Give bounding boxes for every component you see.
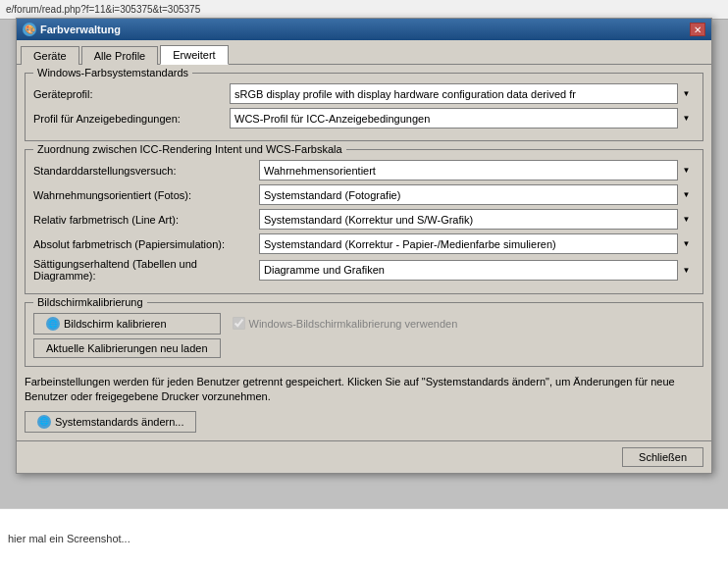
dialog-close-button[interactable]: ✕	[690, 23, 705, 36]
btn-neu-laden[interactable]: Aktuelle Kalibrierungen neu laden	[33, 338, 221, 358]
icc-row-0: Standarddarstellungsversuch: Wahrnehmens…	[33, 160, 695, 180]
group-windows-title: Windows-Farbsystemstandards	[33, 67, 192, 78]
profil-anzeige-select[interactable]: WCS-Profil für ICC-Anzeigebedingungen	[230, 108, 695, 129]
checkbox-kalibrierung-label: Windows-Bildschirmkalibrierung verwenden	[249, 318, 458, 330]
btn-schliessen[interactable]: Schließen	[622, 447, 703, 467]
tabs-bar: Geräte Alle Profile Erweitert	[17, 40, 711, 65]
icc-control-0: Wahrnehmensorientiert ▼	[259, 160, 695, 180]
browser-bottom-content: hier mal ein Screenshot...	[0, 508, 728, 567]
dialog-title: Farbverwaltung	[40, 24, 121, 35]
icc-row-3: Absolut farbmetrisch (Papiersimulation):…	[33, 233, 695, 254]
icc-select-1[interactable]: Systemstandard (Fotografie)	[259, 184, 695, 205]
tab-erweitert[interactable]: Erweitert	[160, 45, 228, 65]
group-windows-farbsystem: Windows-Farbsystemstandards Geräteprofil…	[25, 73, 703, 141]
browser-bottom-text: hier mal ein Screenshot...	[8, 533, 130, 544]
profil-anzeige-label: Profil für Anzeigebedingungen:	[33, 113, 230, 125]
icc-label-1: Wahrnehmungsorientiert (Fotos):	[33, 189, 259, 201]
info-text-content: Farbeinstellungen werden für jeden Benut…	[25, 376, 675, 402]
icc-select-3[interactable]: Systemstandard (Korrektur - Papier-/Medi…	[259, 233, 695, 254]
tab-geraete[interactable]: Geräte	[21, 46, 79, 65]
dialog-footer: Schließen	[17, 440, 711, 473]
icc-select-2[interactable]: Systemstandard (Korrektur und S/W-Grafik…	[259, 209, 695, 230]
btn-kalibrieren[interactable]: 🌐 Bildschirm kalibrieren	[33, 313, 221, 335]
dialog-icon: 🎨	[23, 23, 36, 36]
geraeteprofil-select[interactable]: sRGB display profile with display hardwa…	[230, 83, 695, 104]
icc-label-4: Sättigungserhaltend (Tabellen und Diagra…	[33, 258, 259, 282]
group-icc-title: Zuordnung zwischen ICC-Rendering Intent …	[33, 143, 346, 155]
tab-alle-profile[interactable]: Alle Profile	[81, 46, 159, 65]
kalibrieren-icon: 🌐	[46, 317, 60, 331]
titlebar-left: 🎨 Farbverwaltung	[23, 23, 121, 36]
group-kalibrierung: Bildschirmkalibrierung 🌐 Bildschirm kali…	[25, 302, 703, 367]
icc-row-4: Sättigungserhaltend (Tabellen und Diagra…	[33, 258, 695, 282]
icc-label-0: Standarddarstellungsversuch:	[33, 165, 259, 177]
calibration-buttons: 🌐 Bildschirm kalibrieren Aktuelle Kalibr…	[33, 313, 221, 358]
profil-anzeige-control: WCS-Profil für ICC-Anzeigebedingungen ▼	[230, 108, 695, 129]
icc-control-1: Systemstandard (Fotografie) ▼	[259, 184, 695, 205]
geraeteprofil-label: Geräteprofil:	[33, 88, 230, 100]
icc-row-2: Relativ farbmetrisch (Line Art): Systems…	[33, 209, 695, 230]
icc-row-1: Wahrnehmungsorientiert (Fotos): Systemst…	[33, 184, 695, 205]
dialog-content: Windows-Farbsystemstandards Geräteprofil…	[17, 65, 711, 440]
url-text: e/forum/read.php?f=11&i=305375&t=305375	[6, 4, 200, 15]
dialog-titlebar: 🎨 Farbverwaltung ✕	[17, 19, 711, 40]
geraeteprofil-row: Geräteprofil: sRGB display profile with …	[33, 83, 695, 104]
calibration-section: 🌐 Bildschirm kalibrieren Aktuelle Kalibr…	[33, 313, 695, 358]
geraeteprofil-control: sRGB display profile with display hardwa…	[230, 83, 695, 104]
profil-anzeige-row: Profil für Anzeigebedingungen: WCS-Profi…	[33, 108, 695, 129]
icc-control-2: Systemstandard (Korrektur und S/W-Grafik…	[259, 209, 695, 230]
icc-control-4: Diagramme und Grafiken ▼	[259, 260, 695, 281]
dialog-window: 🎨 Farbverwaltung ✕ Geräte Alle Profile E…	[16, 18, 712, 474]
icc-label-2: Relativ farbmetrisch (Line Art):	[33, 214, 259, 226]
btn-systemstandards-label: Systemstandards ändern...	[55, 416, 183, 428]
group-kalibrierung-title: Bildschirmkalibrierung	[33, 296, 147, 308]
icc-control-3: Systemstandard (Korrektur - Papier-/Medi…	[259, 233, 695, 254]
checkbox-kalibrierung-row: Windows-Bildschirmkalibrierung verwenden	[233, 313, 458, 330]
browser-url-bar: e/forum/read.php?f=11&i=305375&t=305375	[0, 0, 728, 20]
info-text: Farbeinstellungen werden für jeden Benut…	[25, 375, 703, 405]
group-icc: Zuordnung zwischen ICC-Rendering Intent …	[25, 149, 703, 294]
systemstandards-icon: 🌐	[37, 415, 51, 429]
icc-select-4[interactable]: Diagramme und Grafiken	[259, 260, 695, 281]
btn-neu-laden-label: Aktuelle Kalibrierungen neu laden	[46, 342, 208, 354]
checkbox-kalibrierung[interactable]	[233, 317, 245, 330]
icc-select-0[interactable]: Wahrnehmensorientiert	[259, 160, 695, 180]
btn-kalibrieren-label: Bildschirm kalibrieren	[64, 318, 167, 330]
btn-systemstandards[interactable]: 🌐 Systemstandards ändern...	[25, 411, 196, 433]
icc-label-3: Absolut farbmetrisch (Papiersimulation):	[33, 238, 259, 250]
